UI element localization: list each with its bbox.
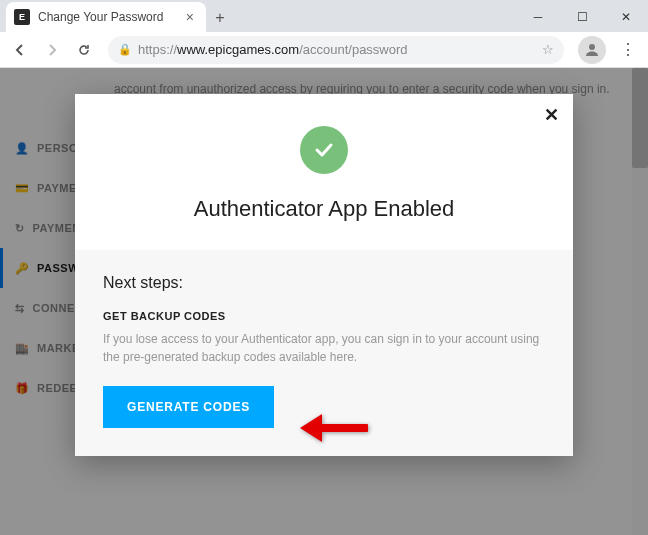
bookmark-icon[interactable]: ☆ bbox=[542, 42, 554, 57]
backup-codes-description: If you lose access to your Authenticator… bbox=[103, 330, 545, 366]
close-window-button[interactable]: ✕ bbox=[604, 2, 648, 32]
minimize-button[interactable]: ─ bbox=[516, 2, 560, 32]
profile-button[interactable] bbox=[578, 36, 606, 64]
url-protocol: https:// bbox=[138, 42, 177, 57]
generate-codes-button[interactable]: GENERATE CODES bbox=[103, 386, 274, 428]
success-check-icon bbox=[300, 126, 348, 174]
reload-button[interactable] bbox=[70, 36, 98, 64]
maximize-button[interactable]: ☐ bbox=[560, 2, 604, 32]
auth-enabled-modal: ✕ Authenticator App Enabled Next steps: … bbox=[75, 94, 573, 456]
url-host: www.epicgames.com bbox=[177, 42, 299, 57]
browser-titlebar: E Change Your Password × + ─ ☐ ✕ bbox=[0, 0, 648, 32]
close-modal-button[interactable]: ✕ bbox=[544, 104, 559, 126]
browser-toolbar: 🔒 https://www.epicgames.com/account/pass… bbox=[0, 32, 648, 68]
svg-point-0 bbox=[589, 44, 595, 50]
tab-title: Change Your Password bbox=[38, 10, 182, 24]
url-path: /account/password bbox=[299, 42, 407, 57]
browser-menu-button[interactable]: ⋮ bbox=[614, 40, 642, 59]
close-tab-icon[interactable]: × bbox=[182, 9, 198, 25]
modal-title: Authenticator App Enabled bbox=[99, 196, 549, 222]
address-bar[interactable]: 🔒 https://www.epicgames.com/account/pass… bbox=[108, 36, 564, 64]
next-steps-heading: Next steps: bbox=[103, 274, 545, 292]
forward-button[interactable] bbox=[38, 36, 66, 64]
modal-overlay: ✕ Authenticator App Enabled Next steps: … bbox=[0, 68, 648, 535]
new-tab-button[interactable]: + bbox=[206, 4, 234, 32]
browser-tab[interactable]: E Change Your Password × bbox=[6, 2, 206, 32]
epic-favicon: E bbox=[14, 9, 30, 25]
backup-codes-heading: GET BACKUP CODES bbox=[103, 310, 545, 322]
lock-icon: 🔒 bbox=[118, 43, 132, 56]
back-button[interactable] bbox=[6, 36, 34, 64]
